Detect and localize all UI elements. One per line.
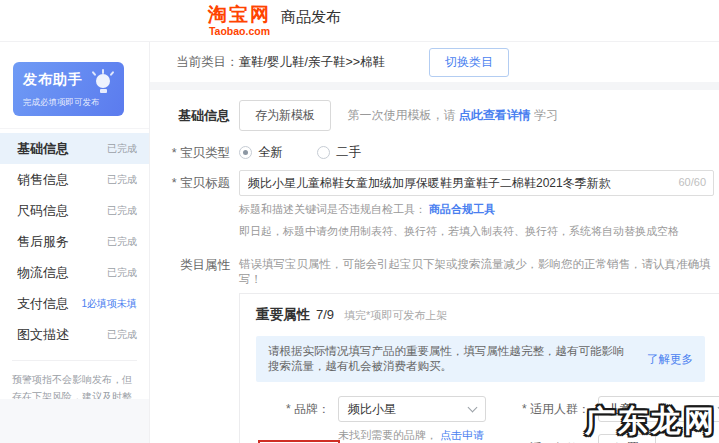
banner-text: 请根据实际情况填写产品的重要属性，填写属性越完整，越有可能影响搜索流量，越有机会… [268, 344, 629, 374]
watermark-text: 广东龙网 [585, 401, 717, 442]
taobao-logo[interactable]: 淘宝网 Taobao.com [208, 5, 271, 37]
basic-info-section: 基础信息 存为新模板 第一次使用模板，请 点此查看详情 学习 宝贝类型 [150, 90, 719, 443]
category-path: 童鞋/婴儿鞋/亲子鞋>>棉鞋 [239, 54, 386, 71]
title-note-1: 标题和描述关键词是否违规自检工具： 商品合规工具 [239, 201, 719, 218]
sidebar-item-label: 售后服务 [17, 233, 69, 251]
sidebar-item-label: 物流信息 [17, 264, 69, 282]
title-note-2: 即日起，标题中请勿使用制表符、换行符，若填入制表符、换行符，系统将自动替换成空格 [239, 223, 719, 240]
section-title: 基础信息 [160, 100, 230, 125]
page-title: 商品发布 [281, 8, 341, 27]
sidebar-item-payment-info[interactable]: 支付信息 1必填项未填 [0, 288, 149, 319]
taobao-logo-en: Taobao.com [208, 26, 271, 37]
char-counter: 60/60 [678, 176, 706, 188]
item-title-controls: 60/60 标题和描述关键词是否违规自检工具： 商品合规工具 即日起，标题中请勿… [239, 170, 719, 240]
item-title-row: 宝贝标题 60/60 标题和描述关键词是否违规自检工具： 商品合规工具 即日起，… [160, 170, 719, 240]
title-note-1-text: 标题和描述关键词是否违规自检工具： [239, 203, 426, 215]
template-hint: 第一次使用模板，请 点此查看详情 学习 [347, 108, 558, 122]
status-badge: 已完成 [107, 204, 137, 218]
publish-assistant-card[interactable]: 发布助手 完成必填项即可发布 [13, 62, 124, 116]
sidebar-menu: 基础信息 已完成 销售信息 已完成 尺码信息 已完成 售后服务 已完成 物流信息 [0, 128, 149, 350]
item-title-label: 宝贝标题 [160, 170, 230, 192]
important-attrs-header: 重要属性 7/9 填完*项即可发布上架 [246, 306, 705, 324]
chevron-down-icon [468, 402, 478, 412]
taobao-product-publish-page: 淘宝网 Taobao.com 商品发布 发布助手 完成必填项即可发布 基础信息 … [0, 0, 719, 443]
category-attr-warning: 错误填写宝贝属性，可能会引起宝贝下架或搜索流量减少，影响您的正常销售，请认真准确… [239, 252, 719, 287]
status-badge: 已完成 [107, 173, 137, 187]
status-badge-unfilled: 1必填项未填 [81, 297, 137, 311]
brand-row: 品牌： 频比小星 [256, 396, 494, 422]
item-title-input[interactable] [239, 170, 714, 196]
sidebar: 发布助手 完成必填项即可发布 基础信息 已完成 销售信息 已完成 尺码信息 [0, 42, 150, 443]
brand-select[interactable]: 频比小星 [338, 396, 486, 422]
attrs-info-banner: 请根据实际情况填写产品的重要属性，填写属性越完整，越有可能影响搜索流量，越有机会… [256, 336, 705, 382]
radio-unselected-icon [317, 146, 330, 159]
radio-label: 二手 [336, 144, 361, 161]
sidebar-item-label: 支付信息 [17, 295, 69, 313]
divider-band [150, 82, 719, 90]
item-type-options: 全新 二手 [239, 140, 719, 161]
status-badge: 已完成 [107, 328, 137, 342]
sidebar-item-logistics-info[interactable]: 物流信息 已完成 [0, 257, 149, 288]
sidebar-item-label: 基础信息 [17, 140, 69, 158]
sidebar-item-label: 图文描述 [17, 326, 69, 344]
brand-note: 未找到需要的品牌， 点击申请 [338, 428, 494, 443]
section-header-row: 基础信息 存为新模板 第一次使用模板，请 点此查看详情 学习 [160, 100, 719, 131]
attrs-progress: 7/9 [316, 307, 334, 322]
status-badge: 已完成 [107, 235, 137, 249]
apply-brand-link[interactable]: 点击申请 [440, 429, 484, 441]
sidebar-item-description[interactable]: 图文描述 已完成 [0, 319, 149, 350]
body-row: 发布助手 完成必填项即可发布 基础信息 已完成 销售信息 已完成 尺码信息 [0, 42, 719, 443]
learn-more-link[interactable]: 了解更多 [647, 352, 693, 367]
sidebar-item-after-sales[interactable]: 售后服务 已完成 [0, 226, 149, 257]
sidebar-item-sales-info[interactable]: 销售信息 已完成 [0, 164, 149, 195]
brand-value: 频比小星 [348, 401, 396, 418]
template-hint-prefix: 第一次使用模板，请 [347, 108, 455, 122]
item-type-label: 宝贝类型 [160, 140, 230, 162]
attrs-hint: 填完*项即可发布上架 [344, 308, 447, 323]
assistant-subtitle: 完成必填项即可发布 [23, 97, 114, 109]
brand-note-text: 未找到需要的品牌， [338, 429, 437, 441]
compliance-tool-link[interactable]: 商品合规工具 [429, 203, 495, 215]
sidebar-footer-area [0, 399, 149, 443]
sidebar-item-label: 销售信息 [17, 171, 69, 189]
lightbulb-icon [91, 69, 115, 95]
status-badge: 已完成 [107, 266, 137, 280]
current-category-label: 当前类目： [176, 54, 239, 71]
sidebar-item-label: 尺码信息 [17, 202, 69, 220]
view-details-link[interactable]: 点此查看详情 [459, 108, 531, 122]
sidebar-item-size-info[interactable]: 尺码信息 已完成 [0, 195, 149, 226]
item-type-row: 宝贝类型 全新 二手 [160, 140, 719, 162]
brand-label: 品牌： [256, 401, 330, 418]
attrs-left-column: 品牌： 频比小星 未找到需要的品牌， 点击申请 [256, 396, 494, 443]
save-as-template-button[interactable]: 存为新模板 [239, 100, 331, 131]
section-header-controls: 存为新模板 第一次使用模板，请 点此查看详情 学习 [239, 100, 719, 131]
title-input-wrap: 60/60 [239, 170, 714, 196]
current-category-bar: 当前类目： 童鞋/婴儿鞋/亲子鞋>>棉鞋 切换类目 [150, 42, 719, 82]
radio-label: 全新 [258, 144, 283, 161]
main-content: 当前类目： 童鞋/婴儿鞋/亲子鞋>>棉鞋 切换类目 基础信息 存为新模板 第一次… [150, 42, 719, 443]
status-badge: 已完成 [107, 142, 137, 156]
important-attrs-title: 重要属性 [256, 306, 310, 324]
sidebar-item-basic-info[interactable]: 基础信息 已完成 [0, 133, 149, 164]
radio-selected-icon [239, 146, 252, 159]
radio-option-new[interactable]: 全新 [239, 144, 283, 161]
category-attr-row: 类目属性 错误填写宝贝属性，可能会引起宝贝下架或搜索流量减少，影响您的正常销售，… [160, 252, 719, 287]
app-header: 淘宝网 Taobao.com 商品发布 [0, 0, 719, 42]
crowd-label: 适用人群： [518, 401, 590, 418]
category-attr-label: 类目属性 [160, 252, 230, 274]
radio-option-used[interactable]: 二手 [317, 144, 361, 161]
switch-category-button[interactable]: 切换类目 [429, 48, 509, 77]
taobao-logo-cn: 淘宝网 [208, 5, 271, 24]
template-hint-suffix: 学习 [534, 108, 558, 122]
